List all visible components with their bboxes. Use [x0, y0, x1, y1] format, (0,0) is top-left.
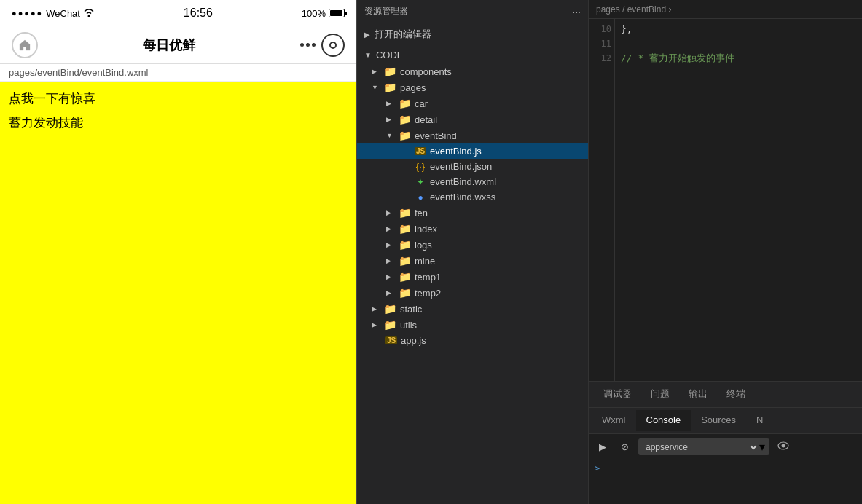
- status-right: 100%: [302, 8, 345, 19]
- folder-icon-static: 📁: [384, 303, 396, 315]
- mobile-status-bar: ●●●●● WeChat 16:56 100%: [0, 0, 356, 26]
- pages-arrow: ▼: [372, 84, 380, 91]
- code-line-10: },: [621, 22, 856, 36]
- tree-item-temp1[interactable]: ▶ 📁 temp1: [357, 269, 588, 285]
- tab-output[interactable]: 输出: [680, 385, 716, 405]
- explorer-header-icons[interactable]: ···: [572, 6, 581, 17]
- code-line-11: [621, 36, 856, 51]
- code-section-header[interactable]: ▼ CODE: [357, 47, 588, 63]
- wifi-icon: [83, 8, 95, 19]
- code-line-12: // * 蓄力开始触发的事件: [621, 51, 856, 66]
- panel-tabs: Wxml Console Sources N: [589, 408, 862, 434]
- eventbind-arrow: ▼: [386, 132, 395, 139]
- tab-debugger[interactable]: 调试器: [595, 385, 640, 405]
- mobile-content: 点我一下有惊喜 蓄力发动技能: [0, 82, 356, 504]
- time-display: 16:56: [184, 7, 213, 20]
- stop-button[interactable]: ⊘: [616, 439, 632, 455]
- tree-item-app-js[interactable]: JS app.js: [357, 333, 588, 348]
- car-arrow: ▶: [386, 100, 395, 107]
- panel-tab-network[interactable]: N: [746, 410, 773, 431]
- code-content: }, // * 蓄力开始触发的事件: [615, 19, 862, 381]
- mobile-nav-bar: 每日优鲜: [0, 26, 356, 64]
- mine-arrow: ▶: [386, 257, 395, 264]
- breadcrumb-bar: pages / eventBind ›: [589, 0, 862, 19]
- folder-icon-mine: 📁: [399, 255, 411, 267]
- tree-item-fen[interactable]: ▶ 📁 fen: [357, 205, 588, 221]
- folder-icon-components: 📁: [384, 66, 396, 77]
- tree-item-car[interactable]: ▶ 📁 car: [357, 95, 588, 111]
- eye-button[interactable]: [775, 439, 791, 455]
- run-button[interactable]: ▶: [595, 439, 611, 455]
- tree-item-eventbind-wxml[interactable]: ✦ eventBind.wxml: [357, 174, 588, 189]
- tree-item-pages[interactable]: ▼ 📁 pages: [357, 79, 588, 95]
- car-label: car: [415, 98, 428, 109]
- more-button[interactable]: [300, 43, 316, 47]
- tree-item-mine[interactable]: ▶ 📁 mine: [357, 253, 588, 269]
- app-js-label: app.js: [401, 335, 426, 346]
- signal-dots: ●●●●●: [12, 9, 43, 17]
- page-title: 每日优鲜: [38, 36, 300, 54]
- debug-tabs: 调试器 问题 输出 终端: [589, 382, 862, 408]
- fen-arrow: ▶: [386, 209, 395, 216]
- detail-arrow: ▶: [386, 116, 395, 123]
- eventbind-json-label: eventBind.json: [430, 161, 492, 172]
- mine-label: mine: [415, 256, 435, 267]
- tree-container: ▶ 打开的编辑器 ▼ CODE ▶ 📁 components ▼ 📁 pages: [357, 23, 588, 504]
- folder-icon-utils: 📁: [384, 319, 396, 331]
- open-editors-section: ▶ 打开的编辑器: [357, 23, 588, 45]
- debug-toolbar: ▶ ⊘ appservice ▾: [589, 434, 862, 460]
- tree-item-temp2[interactable]: ▶ 📁 temp2: [357, 285, 588, 301]
- folder-icon-fen: 📁: [399, 207, 411, 218]
- folder-icon-temp1: 📁: [399, 271, 411, 283]
- folder-icon-index: 📁: [399, 223, 411, 235]
- tree-item-eventbind-js[interactable]: JS eventBind.js: [357, 143, 588, 159]
- line-numbers: 10 11 12: [589, 19, 615, 381]
- temp1-arrow: ▶: [386, 273, 395, 280]
- open-editors-label: 打开的编辑器: [375, 28, 431, 41]
- tree-item-components[interactable]: ▶ 📁 components: [357, 63, 588, 79]
- debug-panel: pages / eventBind › 10 11 12 }, // * 蓄力开…: [589, 0, 862, 504]
- line-num-11: 11: [595, 36, 611, 51]
- json-file-icon: {·}: [415, 161, 426, 172]
- folder-icon-eventbind: 📁: [399, 130, 411, 141]
- tab-issues[interactable]: 问题: [642, 385, 678, 405]
- eventbind-wxml-label: eventBind.wxml: [430, 176, 496, 187]
- tab-terminal[interactable]: 终端: [718, 385, 754, 405]
- svg-point-1: [782, 444, 785, 448]
- debug-section: 调试器 问题 输出 终端: [589, 381, 862, 408]
- app-js-file-icon: JS: [385, 336, 397, 344]
- tree-item-utils[interactable]: ▶ 📁 utils: [357, 317, 588, 333]
- folder-icon-logs: 📁: [399, 239, 411, 251]
- wechat-label: WeChat: [46, 8, 80, 19]
- battery-pct: 100%: [302, 8, 326, 19]
- console-area: >: [589, 460, 862, 504]
- stop-icon: ⊘: [621, 441, 629, 452]
- context-select-wrapper[interactable]: appservice ▾: [638, 438, 769, 455]
- status-left: ●●●●● WeChat: [12, 8, 95, 19]
- tree-item-detail[interactable]: ▶ 📁 detail: [357, 111, 588, 127]
- more-icon[interactable]: ···: [572, 6, 581, 17]
- fen-label: fen: [415, 208, 428, 218]
- tree-item-static[interactable]: ▶ 📁 static: [357, 301, 588, 317]
- mobile-breadcrumb: pages/eventBind/eventBind.wxml: [0, 64, 356, 82]
- context-select[interactable]: appservice: [643, 441, 759, 453]
- tree-item-eventbind-wxss[interactable]: ● eventBind.wxss: [357, 189, 588, 205]
- console-prompt: >: [595, 463, 600, 473]
- logs-arrow: ▶: [386, 241, 395, 248]
- open-editors-header[interactable]: ▶ 打开的编辑器: [357, 25, 588, 44]
- index-label: index: [415, 224, 437, 235]
- panel-tab-wxml[interactable]: Wxml: [592, 410, 636, 431]
- panel-tab-console[interactable]: Console: [636, 410, 691, 431]
- run-icon: ▶: [599, 441, 606, 452]
- tree-item-eventbind-json[interactable]: {·} eventBind.json: [357, 159, 588, 174]
- record-button[interactable]: [321, 34, 345, 57]
- tree-item-eventbind[interactable]: ▼ 📁 eventBind: [357, 127, 588, 143]
- utils-label: utils: [400, 320, 417, 331]
- tree-item-index[interactable]: ▶ 📁 index: [357, 221, 588, 237]
- home-button[interactable]: [12, 32, 38, 58]
- panel-tab-sources[interactable]: Sources: [691, 410, 746, 431]
- tree-item-logs[interactable]: ▶ 📁 logs: [357, 237, 588, 253]
- wxss-file-icon: ●: [415, 192, 426, 202]
- components-label: components: [400, 66, 452, 77]
- content-line1: 点我一下有惊喜: [9, 90, 348, 107]
